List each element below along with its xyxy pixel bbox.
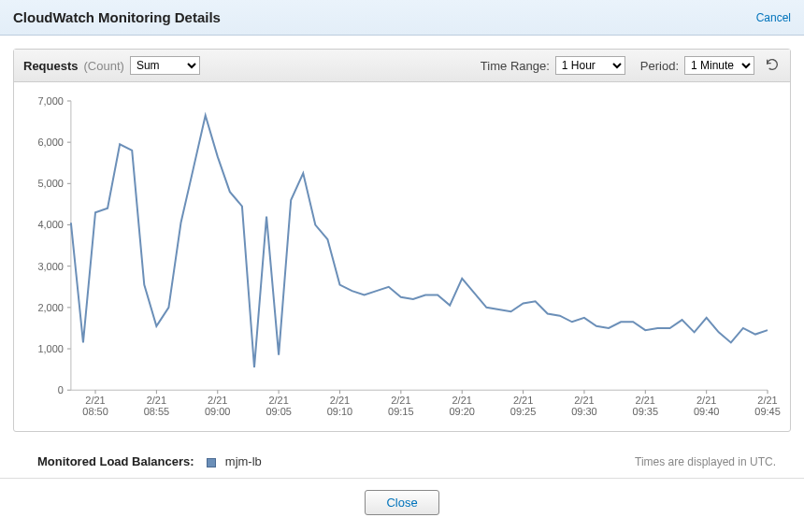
svg-text:2/21: 2/21 xyxy=(330,395,350,406)
svg-text:08:50: 08:50 xyxy=(82,406,108,417)
metric-unit: (Count) xyxy=(84,59,124,73)
chart-panel: Requests (Count) Sum Time Range: 1 Hour … xyxy=(13,49,791,432)
svg-text:2/21: 2/21 xyxy=(636,395,655,406)
close-button[interactable]: Close xyxy=(365,490,438,515)
svg-text:09:20: 09:20 xyxy=(449,406,474,417)
refresh-icon xyxy=(765,57,780,75)
page-title: CloudWatch Monitoring Details xyxy=(13,9,221,25)
svg-text:2/21: 2/21 xyxy=(391,395,410,406)
svg-text:09:05: 09:05 xyxy=(266,406,291,417)
svg-text:2/21: 2/21 xyxy=(696,395,716,406)
svg-text:2/21: 2/21 xyxy=(208,395,227,406)
svg-text:09:10: 09:10 xyxy=(327,406,352,417)
svg-text:09:00: 09:00 xyxy=(205,406,230,417)
svg-text:09:25: 09:25 xyxy=(510,406,536,417)
svg-text:2/21: 2/21 xyxy=(268,395,288,406)
svg-text:09:30: 09:30 xyxy=(571,406,596,417)
svg-text:09:15: 09:15 xyxy=(388,406,413,417)
svg-text:09:40: 09:40 xyxy=(694,406,719,417)
chart-footer: Monitored Load Balancers: mjm-lb Times a… xyxy=(0,445,804,479)
legend-label: Monitored Load Balancers: xyxy=(37,454,194,468)
svg-text:2/21: 2/21 xyxy=(452,395,472,406)
svg-text:09:45: 09:45 xyxy=(754,406,780,417)
period-label: Period: xyxy=(640,59,679,73)
title-bar: CloudWatch Monitoring Details Cancel xyxy=(0,0,804,36)
svg-text:2/21: 2/21 xyxy=(513,395,533,406)
svg-text:4,000: 4,000 xyxy=(37,219,63,230)
legend: Monitored Load Balancers: mjm-lb xyxy=(37,454,262,468)
timezone-note: Times are displayed in UTC. xyxy=(635,455,776,468)
legend-swatch xyxy=(207,458,216,467)
cancel-link[interactable]: Cancel xyxy=(756,11,791,24)
legend-series-name: mjm-lb xyxy=(225,454,262,468)
svg-text:1,000: 1,000 xyxy=(37,343,63,354)
svg-text:2/21: 2/21 xyxy=(147,395,166,406)
svg-text:6,000: 6,000 xyxy=(37,137,63,148)
line-chart: 01,0002,0003,0004,0005,0006,0007,0002/21… xyxy=(20,92,784,427)
svg-text:0: 0 xyxy=(58,384,64,395)
svg-text:2,000: 2,000 xyxy=(37,302,63,313)
time-range-select[interactable]: 1 Hour xyxy=(555,56,625,75)
period-select[interactable]: 1 Minute xyxy=(684,56,754,75)
metric-name: Requests xyxy=(23,59,79,73)
svg-text:2/21: 2/21 xyxy=(757,395,777,406)
svg-text:2/21: 2/21 xyxy=(574,395,594,406)
chart-toolbar: Requests (Count) Sum Time Range: 1 Hour … xyxy=(14,50,790,82)
svg-text:7,000: 7,000 xyxy=(37,95,63,107)
svg-text:09:35: 09:35 xyxy=(633,406,658,417)
svg-text:08:55: 08:55 xyxy=(144,406,169,417)
svg-text:2/21: 2/21 xyxy=(85,395,105,406)
dialog-buttons: Close xyxy=(0,479,804,528)
svg-text:3,000: 3,000 xyxy=(37,261,63,272)
statistic-select[interactable]: Sum xyxy=(130,56,200,75)
refresh-button[interactable] xyxy=(764,57,781,74)
time-range-label: Time Range: xyxy=(481,59,550,73)
svg-text:5,000: 5,000 xyxy=(37,178,63,189)
